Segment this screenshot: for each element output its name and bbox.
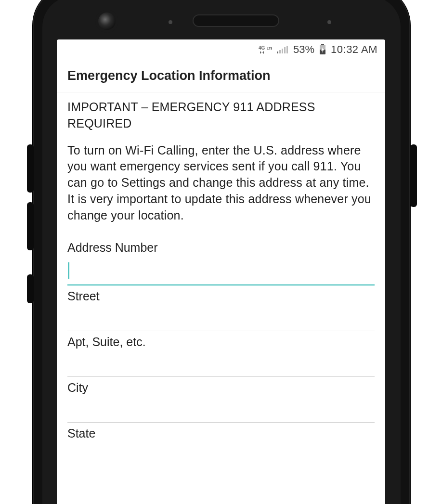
input-street[interactable] xyxy=(67,304,375,331)
notice-block: IMPORTANT – EMERGENCY 911 ADDRESS REQUIR… xyxy=(57,92,385,223)
battery-charging-icon xyxy=(319,44,326,55)
field-street: Street xyxy=(67,289,375,331)
svg-rect-2 xyxy=(277,52,278,53)
input-address-number[interactable] xyxy=(67,256,375,285)
label-city: City xyxy=(67,381,375,395)
proximity-sensor-icon xyxy=(169,20,172,24)
ambient-sensor-icon xyxy=(327,20,331,24)
address-form: Address Number Street Apt, Suite, etc. C… xyxy=(57,223,385,440)
status-bar: 4G LTE 53% xyxy=(57,39,385,60)
phone-screen: 4G LTE 53% xyxy=(57,39,385,504)
label-street: Street xyxy=(67,289,375,303)
svg-rect-3 xyxy=(279,50,281,53)
volume-up-button[interactable] xyxy=(27,144,34,193)
field-address-number: Address Number xyxy=(67,241,375,285)
text-caret-icon xyxy=(68,262,69,279)
svg-rect-5 xyxy=(284,47,286,53)
svg-rect-4 xyxy=(282,49,283,53)
field-apt: Apt, Suite, etc. xyxy=(67,335,375,377)
earpiece-speaker xyxy=(193,14,279,27)
front-camera-lens xyxy=(98,13,116,30)
label-address-number: Address Number xyxy=(67,241,375,255)
svg-text:4G: 4G xyxy=(259,45,265,51)
status-clock: 10:32 AM xyxy=(331,43,377,56)
page-title: Emergency Location Information xyxy=(57,60,385,92)
signal-strength-icon xyxy=(277,45,288,54)
assistant-button[interactable] xyxy=(27,274,34,303)
svg-rect-6 xyxy=(286,46,288,53)
svg-rect-7 xyxy=(321,44,324,45)
volume-down-button[interactable] xyxy=(27,202,34,250)
label-apt: Apt, Suite, etc. xyxy=(67,335,375,349)
input-city[interactable] xyxy=(67,396,375,423)
lte-network-icon: 4G LTE xyxy=(259,45,272,54)
svg-text:LTE: LTE xyxy=(267,47,272,50)
notice-body: To turn on Wi-Fi Calling, enter the U.S.… xyxy=(67,142,375,224)
power-button[interactable] xyxy=(410,144,417,207)
notice-heading: IMPORTANT – EMERGENCY 911 ADDRESS REQUIR… xyxy=(67,99,375,132)
field-city: City xyxy=(67,381,375,423)
battery-percent: 53% xyxy=(293,43,314,56)
label-state: State xyxy=(67,426,375,440)
field-state: State xyxy=(67,426,375,440)
input-apt[interactable] xyxy=(67,350,375,377)
